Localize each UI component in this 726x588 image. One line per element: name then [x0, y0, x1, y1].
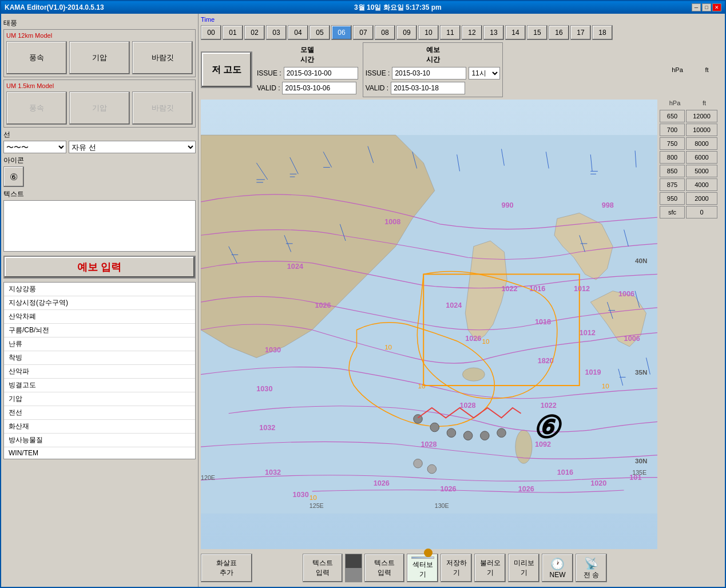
- menu-item-front[interactable]: 전선: [4, 406, 195, 420]
- icon-symbol-button[interactable]: ⑥: [3, 166, 24, 187]
- sector-view-label: 섹터보기: [412, 560, 433, 579]
- time-btn-10[interactable]: 10: [418, 25, 439, 40]
- hpa-input-700[interactable]: [660, 124, 685, 136]
- svg-text:1032: 1032: [259, 424, 275, 432]
- svg-text:998: 998: [602, 201, 614, 209]
- transmit-button[interactable]: 📡 전 송: [576, 554, 607, 582]
- svg-text:1026: 1026: [518, 485, 534, 493]
- forecast-valid-value: 2015-03-10-18: [391, 82, 465, 94]
- um15-windspeed-button[interactable]: 풍속: [6, 92, 67, 125]
- svg-text:1026: 1026: [465, 335, 481, 343]
- time-btn-06[interactable]: 06: [331, 25, 352, 40]
- preview-button[interactable]: 미리보기: [508, 554, 539, 582]
- time-buttons: 00 01 02 03 04 05 06 07 08 09 10 11 12 1…: [201, 25, 723, 40]
- menu-item-cloud-cb[interactable]: 구름/CB/뇌전: [4, 324, 195, 337]
- svg-text:1019: 1019: [585, 368, 601, 376]
- forecast-valid-label: VALID :: [366, 84, 388, 92]
- menu-list: 지상강풍 지상시정(강수구역) 산악차폐 구름/CB/뇌전 난류 착빙 산악파 …: [3, 282, 196, 459]
- sector-view-button[interactable]: 섹터보기: [407, 554, 438, 582]
- time-btn-16[interactable]: 16: [549, 25, 569, 40]
- restore-button[interactable]: □: [702, 3, 711, 11]
- time-btn-00[interactable]: 00: [201, 25, 221, 40]
- arrow-add-label: 화살표추가: [216, 558, 237, 578]
- menu-item-freezing-level[interactable]: 빙결고도: [4, 379, 195, 392]
- menu-item-volcanic-ash[interactable]: 화산재: [4, 420, 195, 434]
- hpa-input-800[interactable]: [660, 151, 685, 164]
- arrow-add-button[interactable]: 화살표추가: [201, 554, 252, 582]
- menu-item-turbulence[interactable]: 난류: [4, 337, 195, 351]
- forecast-time-select[interactable]: 11시 00시 06시 17시 23시: [469, 67, 500, 80]
- time-btn-03[interactable]: 03: [266, 25, 287, 40]
- menu-item-win-tem[interactable]: WIN/TEM: [4, 447, 195, 459]
- model-time-section: 모델시간 ISSUE : 2015-03-10-00 VALID : 2015-…: [257, 45, 358, 94]
- time-btn-04[interactable]: 04: [288, 25, 308, 40]
- valid-row: VALID : 2015-03-10-06: [257, 82, 358, 94]
- um12-pressure-button[interactable]: 기압: [69, 41, 130, 74]
- time-btn-05[interactable]: 05: [310, 25, 330, 40]
- scale-labels: hPa ft: [660, 100, 723, 106]
- hpa-input-950[interactable]: [660, 192, 685, 205]
- issue-value: 2015-03-10-00: [284, 67, 358, 80]
- text-input-button[interactable]: 텍스트입력: [303, 554, 343, 582]
- menu-item-pressure[interactable]: 기압: [4, 392, 195, 406]
- minimize-button[interactable]: ─: [692, 3, 701, 11]
- ft-input-0[interactable]: [686, 206, 717, 218]
- time-btn-12[interactable]: 12: [462, 25, 482, 40]
- time-btn-14[interactable]: 14: [505, 25, 526, 40]
- forecast-input-button[interactable]: 예보 입력: [3, 256, 196, 279]
- pressure-row-800: [660, 151, 723, 164]
- close-button[interactable]: ✕: [712, 3, 721, 11]
- map-type-button[interactable]: 저 고도: [201, 51, 252, 88]
- ft-input-6000[interactable]: [686, 151, 717, 164]
- line-style-select[interactable]: 〜〜〜 ─── - - -: [3, 141, 66, 153]
- hpa-input-850[interactable]: [660, 165, 685, 177]
- time-btn-02[interactable]: 02: [244, 25, 265, 40]
- um15-pressure-button[interactable]: 기압: [69, 92, 130, 125]
- text-input[interactable]: [3, 200, 196, 252]
- ft-input-12000[interactable]: [686, 110, 717, 122]
- time-btn-13[interactable]: 13: [483, 25, 504, 40]
- time-btn-18[interactable]: 18: [592, 25, 613, 40]
- menu-item-icing[interactable]: 착빙: [4, 351, 195, 365]
- hpa-header: hPa: [665, 66, 690, 73]
- hpa-input-sfc[interactable]: [660, 206, 685, 218]
- svg-text:990: 990: [502, 201, 514, 209]
- hpa-input-650[interactable]: [660, 110, 685, 122]
- ft-input-5000[interactable]: [686, 165, 717, 177]
- svg-text:1016: 1016: [557, 468, 573, 476]
- menu-item-surface-wind[interactable]: 지상강풍: [4, 283, 195, 296]
- um12-windspeed-button[interactable]: 풍속: [6, 41, 67, 74]
- time-btn-09[interactable]: 09: [396, 25, 417, 40]
- ft-input-4000[interactable]: [686, 178, 717, 191]
- line-label: 선: [3, 130, 196, 140]
- forecast-time-box: 예보시간 ISSUE : 2015-03-10 11시 00시 06시 17시 …: [363, 42, 503, 97]
- ft-input-8000[interactable]: [686, 137, 717, 150]
- time-btn-17[interactable]: 17: [570, 25, 591, 40]
- ft-input-10000[interactable]: [686, 124, 717, 136]
- time-btn-11[interactable]: 11: [440, 25, 461, 40]
- new-button[interactable]: 🕐 NEW: [542, 554, 573, 582]
- time-btn-01[interactable]: 01: [223, 25, 243, 40]
- save-button[interactable]: 저장하기: [441, 554, 472, 582]
- hpa-input-750[interactable]: [660, 137, 685, 150]
- pressure-scale: hPa ft: [660, 100, 723, 549]
- wifi-icon: 📡: [584, 557, 598, 570]
- forecast-valid-row: VALID : 2015-03-10-18: [366, 82, 501, 94]
- menu-item-mountain-shadow[interactable]: 산악차폐: [4, 310, 195, 324]
- issue-label: ISSUE :: [257, 69, 281, 77]
- hpa-input-875[interactable]: [660, 178, 685, 191]
- menu-item-mountain-wave[interactable]: 산악파: [4, 365, 195, 379]
- um15-windbarb-button[interactable]: 바람깃: [132, 92, 193, 125]
- menu-item-surface-visibility[interactable]: 지상시정(강수구역): [4, 296, 195, 310]
- um12-windbarb-button[interactable]: 바람깃: [132, 41, 193, 74]
- time-btn-07[interactable]: 07: [353, 25, 374, 40]
- menu-item-radioactive[interactable]: 방사능물질: [4, 434, 195, 447]
- line-type-select[interactable]: 자유 선 직선 곡선: [69, 141, 196, 153]
- pressure-scale-header: hPa ft: [665, 66, 723, 73]
- time-btn-08[interactable]: 08: [375, 25, 395, 40]
- text-input2-button[interactable]: 텍스트입력: [364, 554, 404, 582]
- time-btn-15[interactable]: 15: [527, 25, 548, 40]
- load-button[interactable]: 불러오기: [474, 554, 506, 582]
- map-container[interactable]: 1024 1026 1030 1030 1032 1032 1030 1026 …: [201, 100, 657, 549]
- ft-input-2000[interactable]: [686, 192, 717, 205]
